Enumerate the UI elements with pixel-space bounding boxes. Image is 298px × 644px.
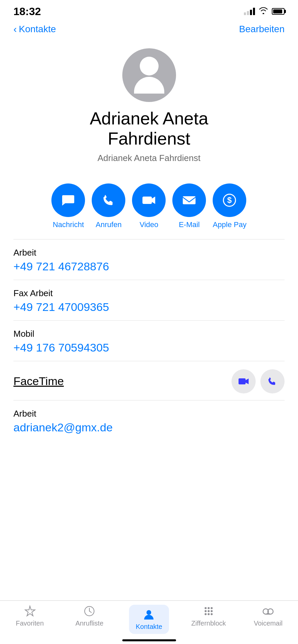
nachricht-circle	[51, 183, 85, 217]
fax-arbeit-value[interactable]: +49 721 47009365	[13, 301, 109, 313]
voicemail-label: Voicemail	[254, 620, 283, 627]
voicemail-icon	[262, 605, 274, 618]
signal-icon	[244, 8, 255, 15]
action-email[interactable]: E-Mail	[172, 183, 206, 229]
ziffernblock-label: Ziffernblock	[191, 620, 226, 627]
tab-anrufliste[interactable]: Anrufliste	[69, 605, 110, 627]
clock-icon	[83, 605, 96, 618]
status-time: 18:32	[13, 5, 41, 18]
svg-point-14	[208, 613, 210, 615]
action-video[interactable]: Video	[132, 183, 166, 229]
contact-header: Adrianek Aneta Fahrdienst Adrianek Aneta…	[0, 42, 298, 183]
grid-icon	[202, 605, 215, 618]
svg-text:$: $	[227, 196, 232, 205]
edit-button[interactable]: Bearbeiten	[239, 24, 285, 35]
svg-point-12	[211, 610, 213, 612]
mobil-label: Mobil	[13, 329, 285, 339]
action-nachricht[interactable]: Nachricht	[51, 183, 85, 229]
email-label: Arbeit	[13, 409, 285, 419]
svg-point-7	[205, 607, 207, 609]
battery-icon	[272, 8, 285, 15]
phone-icon	[100, 192, 117, 208]
avatar-person-icon	[134, 57, 164, 94]
email-section: Arbeit adrianek2@gmx.de	[0, 400, 298, 441]
kontakte-label: Kontakte	[136, 623, 162, 631]
nav-bar: ‹ Kontakte Bearbeiten	[0, 20, 298, 42]
email-label: E-Mail	[179, 220, 200, 229]
svg-point-11	[208, 610, 210, 612]
status-bar: 18:32	[0, 0, 298, 20]
facetime-phone-icon	[266, 375, 279, 387]
svg-point-15	[211, 613, 213, 615]
svg-rect-4	[239, 378, 246, 384]
facetime-label[interactable]: FaceTime	[13, 375, 64, 388]
tab-kontakte[interactable]: Kontakte	[129, 605, 169, 634]
fax-arbeit-section: Fax Arbeit +49 721 47009365	[0, 280, 298, 320]
email-circle	[172, 183, 206, 217]
svg-point-9	[211, 607, 213, 609]
tab-ziffernblock[interactable]: Ziffernblock	[188, 605, 229, 627]
action-anrufen[interactable]: Anrufen	[92, 183, 125, 229]
mobil-section: Mobil +49 176 70594305	[0, 321, 298, 361]
anrufen-label: Anrufen	[96, 220, 122, 229]
arbeit-phone-value[interactable]: +49 721 46728876	[13, 260, 109, 273]
mail-icon	[181, 192, 198, 209]
contact-name: Adrianek Aneta Fahrdienst	[90, 109, 208, 149]
back-label: Kontakte	[19, 24, 56, 35]
avatar	[122, 48, 176, 102]
facetime-phone-button[interactable]	[260, 369, 285, 393]
action-applepay[interactable]: $ Apple Pay	[213, 183, 246, 229]
star-icon	[24, 605, 36, 618]
chevron-left-icon: ‹	[13, 23, 17, 35]
person-icon	[142, 608, 155, 621]
facetime-video-button[interactable]	[231, 369, 256, 393]
facetime-video-icon	[238, 375, 250, 387]
tab-bar: Favoriten Anrufliste Kontakte	[0, 600, 298, 644]
status-icons	[244, 7, 285, 16]
arbeit-phone-label: Arbeit	[13, 248, 285, 258]
favoriten-label: Favoriten	[16, 620, 44, 627]
facetime-row: FaceTime	[0, 361, 298, 400]
email-value[interactable]: adrianek2@gmx.de	[13, 421, 113, 434]
svg-point-13	[205, 613, 207, 615]
facetime-actions	[231, 369, 285, 393]
mobil-value[interactable]: +49 176 70594305	[13, 341, 109, 354]
dollar-icon: $	[221, 192, 238, 209]
tab-voicemail[interactable]: Voicemail	[248, 605, 288, 627]
wifi-icon	[258, 7, 268, 16]
video-icon	[140, 192, 157, 209]
message-icon	[60, 192, 77, 209]
action-buttons: Nachricht Anrufen Video E-Mai	[0, 183, 298, 239]
home-indicator	[122, 639, 176, 641]
applepay-circle: $	[213, 183, 246, 217]
svg-rect-1	[183, 196, 196, 204]
anrufen-circle	[92, 183, 125, 217]
video-label: Video	[139, 220, 158, 229]
svg-point-8	[208, 607, 210, 609]
anrufliste-label: Anrufliste	[75, 620, 103, 627]
fax-arbeit-label: Fax Arbeit	[13, 288, 285, 299]
svg-point-10	[205, 610, 207, 612]
svg-rect-0	[142, 197, 152, 204]
contact-company: Adrianek Aneta Fahrdienst	[97, 153, 200, 163]
video-circle	[132, 183, 166, 217]
svg-point-6	[146, 610, 151, 615]
back-button[interactable]: ‹ Kontakte	[13, 23, 56, 35]
arbeit-phone-section: Arbeit +49 721 46728876	[0, 239, 298, 280]
tab-favoriten[interactable]: Favoriten	[10, 605, 50, 627]
nachricht-label: Nachricht	[53, 220, 84, 229]
applepay-label: Apple Pay	[213, 220, 246, 229]
